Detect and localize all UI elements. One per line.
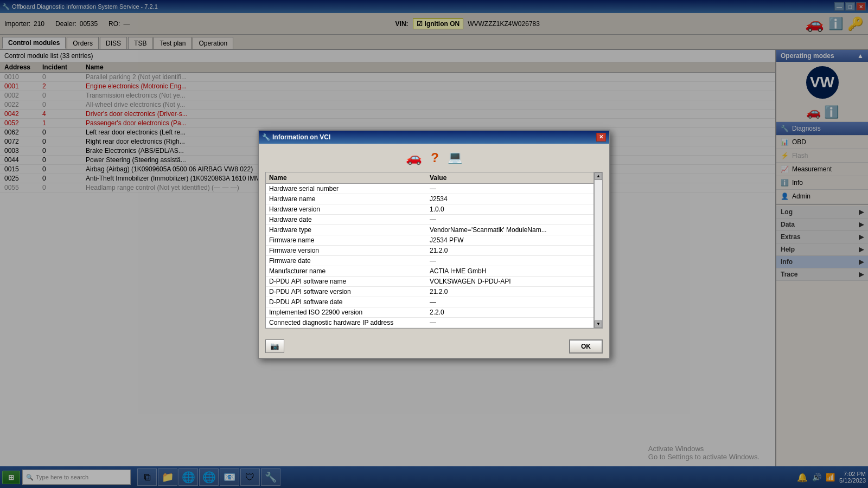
col-name-header: Name bbox=[269, 174, 430, 182]
col-value-header: Value bbox=[430, 174, 590, 182]
scroll-track bbox=[595, 180, 602, 320]
scroll-down-btn[interactable]: ▼ bbox=[595, 320, 602, 328]
modal-table: Name Value Hardware serial number— Hardw… bbox=[265, 172, 594, 329]
modal-table-row[interactable]: Hardware date— bbox=[266, 215, 593, 225]
modal-body: 🚗 ? 💻 Name Value Hardware serial number—… bbox=[259, 144, 609, 335]
modal-overlay: 🔧 Information on VCI ✕ 🚗 ? 💻 Name Value bbox=[0, 0, 868, 488]
modal-table-row[interactable]: Hardware nameJ2534 bbox=[266, 194, 593, 204]
modal-table-row[interactable]: Firmware date— bbox=[266, 256, 593, 266]
modal-table-row[interactable]: Hardware typeVendorName='Scanmatik' Modu… bbox=[266, 225, 593, 235]
modal-laptop-icon: 💻 bbox=[448, 150, 462, 165]
modal-table-row[interactable]: Implemented ISO 22900 version2.2.0 bbox=[266, 307, 593, 318]
modal-title-left: 🔧 Information on VCI bbox=[262, 133, 330, 141]
modal-title-icon: 🔧 bbox=[262, 133, 270, 141]
modal-footer: 📷 OK bbox=[259, 335, 609, 358]
modal-table-row[interactable]: Hardware serial number— bbox=[266, 184, 593, 194]
modal-table-row[interactable]: Connected diagnostic hardware IP address… bbox=[266, 318, 593, 328]
ok-button[interactable]: OK bbox=[569, 339, 603, 354]
modal-question-icon: ? bbox=[431, 150, 439, 165]
camera-icon: 📷 bbox=[270, 342, 279, 350]
modal-table-row[interactable]: Firmware version21.2.0 bbox=[266, 246, 593, 256]
modal-icons-row: 🚗 ? 💻 bbox=[265, 150, 603, 165]
modal-table-row[interactable]: D-PDU API software version21.2.0 bbox=[266, 287, 593, 297]
modal-table-row[interactable]: Manufacturer nameACTIA I+ME GmbH bbox=[266, 266, 593, 277]
scroll-up-btn[interactable]: ▲ bbox=[595, 172, 602, 180]
modal-content-area: Name Value Hardware serial number— Hardw… bbox=[265, 172, 603, 329]
modal-table-header: Name Value bbox=[266, 172, 593, 184]
modal-table-row[interactable]: D-PDU API software date— bbox=[266, 297, 593, 307]
modal-title: Information on VCI bbox=[272, 133, 330, 141]
vci-info-modal: 🔧 Information on VCI ✕ 🚗 ? 💻 Name Value bbox=[258, 130, 610, 359]
modal-table-row[interactable]: D-PDU API software nameVOLKSWAGEN D-PDU-… bbox=[266, 277, 593, 287]
modal-table-row[interactable]: Firmware nameJ2534 PFW bbox=[266, 235, 593, 246]
modal-close-button[interactable]: ✕ bbox=[596, 133, 606, 142]
camera-button[interactable]: 📷 bbox=[265, 339, 284, 353]
modal-title-bar: 🔧 Information on VCI ✕ bbox=[259, 131, 609, 144]
modal-car-icon: 🚗 bbox=[406, 150, 422, 165]
modal-table-row[interactable]: Hardware version1.0.0 bbox=[266, 204, 593, 215]
modal-scrollbar[interactable]: ▲ ▼ bbox=[594, 172, 603, 329]
